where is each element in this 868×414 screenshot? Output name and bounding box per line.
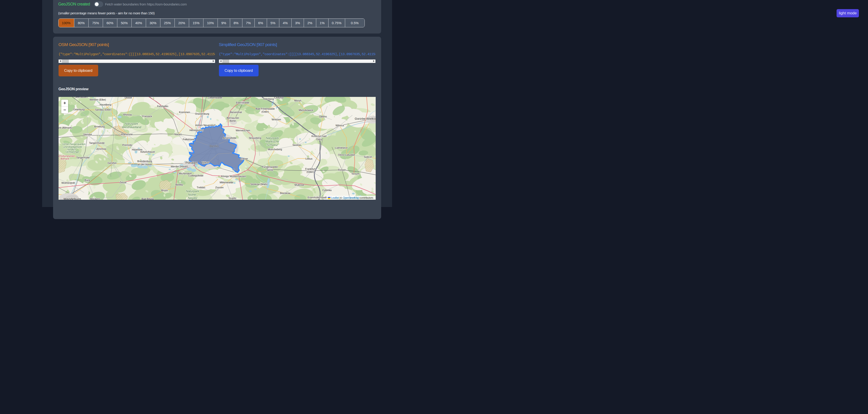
svg-text:Ziesar: Ziesar [119,181,126,184]
svg-text:Seelow: Seelow [292,144,301,146]
svg-text:Rathenow: Rathenow [121,133,132,136]
svg-text:Seehausen: Seehausen [75,97,88,98]
svg-text:Odrą: Odrą [316,138,322,141]
svg-text:Havelberg: Havelberg [99,103,111,106]
svg-text:Stendal: Stendal [83,133,92,136]
svg-text:Cedynia: Cedynia [274,97,284,99]
svg-text:Teupitz: Teupitz [228,197,237,200]
svg-text:Brandenburg: Brandenburg [137,160,152,162]
svg-text:Ketzin/Havel: Ketzin/Havel [140,150,155,153]
svg-text:Rhinow: Rhinow [123,113,132,116]
svg-text:Tangerhütte: Tangerhütte [76,156,90,159]
svg-text:Naturpark: Naturpark [125,122,138,125]
svg-text:Sandau (Elbe): Sandau (Elbe) [95,108,112,111]
svg-text:Nauen: Nauen [174,133,182,136]
svg-text:Leaflet: Leaflet [331,196,339,200]
svg-text:Strausberg: Strausberg [249,137,261,139]
svg-text:Biesenthal: Biesenthal [230,111,242,114]
svg-text:Gorzów Wielkopols: Gorzów Wielkopols [355,117,376,120]
svg-text:Berlin: Berlin [229,119,236,122]
svg-text:penübungsplatz: penübungsplatz [59,154,75,157]
svg-text:−: − [63,107,66,112]
svg-text:Torzym: Torzym [351,172,359,175]
svg-text:Premnitz: Premnitz [122,144,132,146]
svg-text:Sulęcin: Sulęcin [364,155,372,158]
svg-text:Oderberg: Oderberg [263,97,274,100]
svg-text:Ośno Lubuskie: Ośno Lubuskie [338,153,355,156]
svg-text:Mittenwalde: Mittenwalde [220,181,233,184]
svg-text:Eberswalde: Eberswalde [236,101,249,104]
svg-text:Uchtspringe: Uchtspringe [65,150,79,153]
svg-text:Nieplitz: Nieplitz [187,196,197,200]
svg-text:Dębno: Dębno [319,115,327,118]
svg-text:Nuthe-: Nuthe- [188,193,197,196]
svg-text:Osterburg: Osterburg [73,108,85,111]
svg-text:Müncheberg: Müncheberg [268,148,282,151]
svg-text:Westhavelland: Westhavelland [122,125,141,129]
svg-text:Dosse: Dosse [125,97,132,99]
svg-text:Jerichow: Jerichow [96,148,106,150]
svg-text:Fürstenwalde/: Fürstenwalde/ [262,166,278,168]
svg-text:Arneburg: Arneburg [94,125,104,128]
svg-text:Werneuchen: Werneuchen [236,129,250,132]
svg-text:Burg: Burg [85,179,90,181]
svg-text:an der Havel: an der Havel [137,163,152,166]
svg-text:Altmark: Altmark [60,157,69,160]
svg-text:Cybinka: Cybinka [322,189,332,191]
svg-text:Moryń: Moryń [294,99,301,102]
svg-text:contributors: contributors [360,196,373,200]
svg-text:Witnica: Witnica [335,124,344,127]
svg-text:Bad Belzig: Bad Belzig [142,198,154,200]
svg-text:Werben (Elbe): Werben (Elbe) [90,98,106,101]
svg-text:Storkow (Mark): Storkow (Mark) [250,183,268,185]
svg-text:Hennigsdorf: Hennigsdorf [189,129,203,131]
svg-text:Liebenwalde: Liebenwalde [208,97,222,99]
svg-text:Ahrensfelde: Ahrensfelde [223,137,237,139]
svg-text:Tangermünde: Tangermünde [89,142,104,144]
svg-text:Havelsee: Havelsee [132,148,143,151]
svg-text:+: + [63,100,66,106]
svg-text:Beelitz: Beelitz [176,183,183,186]
svg-text:Schweiz: Schweiz [267,143,278,147]
svg-text:Rzepin: Rzepin [338,169,346,171]
svg-text:Friesack: Friesack [142,115,152,118]
svg-text:Bad Freienwalde: Bad Freienwalde [256,107,275,110]
svg-text:Berlin: Berlin [210,144,219,148]
svg-text:Naturpark: Naturpark [186,189,199,193]
svg-text:Potsdam: Potsdam [185,161,197,165]
svg-text:Teltow: Teltow [202,161,209,164]
svg-text:Kostrzyn nad: Kostrzyn nad [311,135,326,138]
svg-text:OpenStreetMap: OpenStreetMap [343,196,359,200]
svg-text:Fehrbellin: Fehrbellin [157,105,168,108]
svg-text:Erkner: Erkner [240,157,248,160]
svg-text:Ludwigsfelde: Ludwigsfelde [188,174,203,177]
svg-text:Lebus: Lebus [305,157,312,160]
svg-text:Beeskow: Beeskow [280,192,290,195]
svg-text:(Oder): (Oder) [261,110,269,113]
svg-text:Genthin: Genthin [107,161,116,165]
svg-text:Spree: Spree [267,169,273,171]
svg-text:Wriezen: Wriezen [272,118,281,121]
svg-text:Naturpark: Naturpark [266,136,279,140]
svg-text:Uchte-Tangerquellen: Uchte-Tangerquellen [62,143,86,145]
svg-text:Lubniewice: Lubniewice [335,146,348,149]
svg-text:Magdeburg: Magdeburg [64,197,81,200]
svg-text:Königs Wusterhausen: Königs Wusterhausen [221,175,246,178]
svg-text:Wolmirstedt: Wolmirstedt [61,181,75,184]
svg-text:Falkensee: Falkensee [183,138,194,141]
svg-text:©: © [340,197,342,199]
svg-text:Möckern: Möckern [90,198,100,200]
svg-text:Mieszkowice: Mieszkowice [299,109,313,112]
svg-text:Oranienburg: Oranienburg [195,112,209,115]
svg-text:Trebbin: Trebbin [196,186,205,189]
svg-text:(Oder): (Oder) [306,171,314,173]
svg-text:Frankfurt: Frankfurt [305,168,315,170]
svg-text:Kremmen: Kremmen [179,111,190,114]
svg-text:Märkische: Märkische [266,140,279,143]
svg-text:Zossen: Zossen [215,186,223,189]
svg-text:Müllrose: Müllrose [294,183,304,186]
svg-text:ark (Altmark): ark (Altmark) [59,126,72,129]
svg-text:Werder (Havel): Werder (Havel) [170,165,188,168]
svg-text:Hohen Neuendorf: Hohen Neuendorf [195,124,215,126]
svg-text:Eisenhüttenstadt: Eisenhüttenstadt [308,196,327,199]
